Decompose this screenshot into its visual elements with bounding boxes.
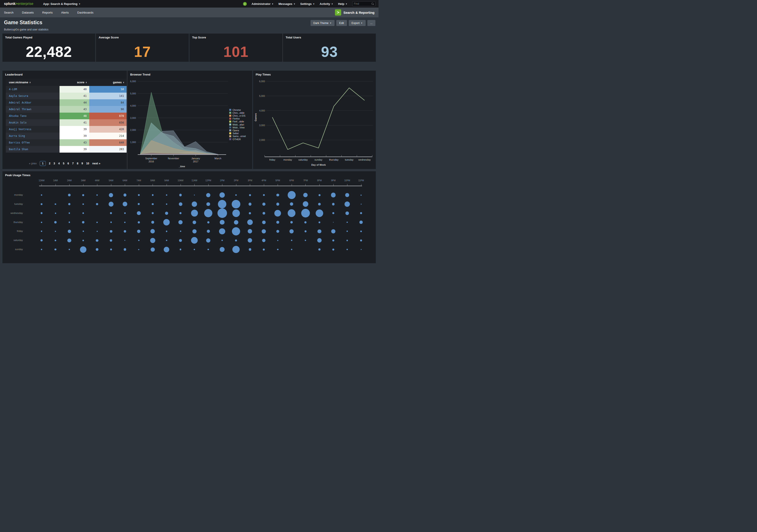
nav-item-datasets[interactable]: Datasets — [22, 11, 34, 14]
usage-bubble[interactable] — [276, 203, 280, 206]
find-input[interactable] — [354, 2, 371, 5]
usage-bubble[interactable] — [235, 239, 237, 242]
usage-bubble[interactable] — [68, 203, 71, 205]
usage-bubble[interactable] — [55, 231, 56, 232]
usage-bubble[interactable] — [262, 221, 266, 224]
more-button[interactable]: ... — [367, 20, 376, 26]
usage-bubble[interactable] — [345, 201, 350, 207]
usage-bubble[interactable] — [305, 230, 307, 232]
usage-bubble[interactable] — [150, 238, 156, 243]
usage-bubble[interactable] — [361, 249, 362, 250]
nickname-link[interactable]: Barriss Offee — [9, 141, 30, 144]
usage-bubble[interactable] — [346, 212, 349, 215]
usage-bubble[interactable] — [110, 230, 112, 233]
usage-bubble[interactable] — [222, 240, 223, 241]
usage-bubble[interactable] — [124, 212, 126, 214]
usage-bubble[interactable] — [124, 230, 126, 233]
usage-bubble[interactable] — [41, 239, 43, 242]
usage-bubble[interactable] — [96, 194, 98, 196]
sort-icon[interactable]: ▴▾ — [86, 81, 87, 83]
usage-bubble[interactable] — [164, 247, 169, 252]
usage-bubble[interactable] — [361, 204, 362, 205]
topnav-menu-help[interactable]: Help▼ — [338, 2, 348, 6]
usage-bubble[interactable] — [359, 221, 363, 224]
usage-bubble[interactable] — [152, 212, 154, 214]
usage-bubble[interactable] — [166, 231, 167, 232]
pager-page-7[interactable]: 7 — [72, 162, 74, 165]
peak-usage-chart[interactable]: 12AM1AM2AM3AM4AM5AM6AM7AM8AM9AM10AM11AM1… — [2, 171, 376, 263]
usage-bubble[interactable] — [124, 248, 126, 251]
usage-bubble[interactable] — [193, 221, 196, 224]
nickname-link[interactable]: 4-LOM — [9, 88, 17, 91]
column-header-score[interactable]: score▴▾ — [60, 79, 89, 86]
usage-bubble[interactable] — [262, 229, 266, 233]
usage-bubble[interactable] — [277, 240, 278, 241]
usage-bubble[interactable] — [291, 249, 292, 250]
usage-bubble[interactable] — [55, 240, 56, 242]
usage-bubble[interactable] — [166, 194, 167, 196]
usage-bubble[interactable] — [68, 230, 71, 233]
nickname-link[interactable]: Anakin Solo — [9, 121, 26, 124]
usage-bubble[interactable] — [166, 203, 167, 205]
sort-icon[interactable]: ▴▾ — [30, 81, 30, 83]
usage-bubble[interactable] — [262, 239, 265, 242]
pager-page-3[interactable]: 3 — [53, 162, 55, 165]
usage-bubble[interactable] — [276, 230, 280, 233]
usage-bubble[interactable] — [151, 221, 154, 224]
usage-bubble[interactable] — [108, 202, 113, 207]
usage-bubble[interactable] — [345, 193, 349, 197]
usage-bubble[interactable] — [220, 220, 225, 225]
usage-bubble[interactable] — [291, 240, 292, 241]
usage-bubble[interactable] — [301, 209, 310, 218]
usage-bubble[interactable] — [232, 227, 240, 236]
usage-bubble[interactable] — [262, 212, 265, 215]
usage-bubble[interactable] — [333, 222, 334, 223]
usage-bubble[interactable] — [179, 239, 182, 242]
usage-bubble[interactable] — [41, 222, 42, 223]
usage-bubble[interactable] — [179, 194, 182, 196]
usage-bubble[interactable] — [332, 249, 334, 251]
usage-bubble[interactable] — [180, 231, 181, 232]
usage-bubble[interactable] — [276, 221, 279, 224]
topnav-menu-activity[interactable]: Activity▼ — [319, 2, 333, 6]
app-badge[interactable]: > Search & Reporting — [335, 9, 375, 15]
usage-bubble[interactable] — [318, 194, 320, 196]
usage-bubble[interactable] — [288, 191, 296, 199]
usage-bubble[interactable] — [82, 194, 84, 196]
usage-bubble[interactable] — [234, 220, 238, 224]
usage-bubble[interactable] — [69, 222, 70, 223]
usage-bubble[interactable] — [137, 230, 140, 233]
usage-bubble[interactable] — [191, 237, 198, 244]
pager-next[interactable]: next » — [92, 162, 101, 165]
usage-bubble[interactable] — [82, 203, 84, 205]
usage-bubble[interactable] — [332, 239, 334, 242]
usage-bubble[interactable] — [110, 239, 112, 242]
nickname-link[interactable]: Admiral Ackbar — [9, 101, 31, 104]
usage-bubble[interactable] — [96, 239, 98, 242]
usage-bubble[interactable] — [110, 212, 112, 214]
usage-bubble[interactable] — [138, 240, 139, 241]
usage-bubble[interactable] — [138, 249, 139, 250]
usage-bubble[interactable] — [55, 203, 56, 205]
usage-bubble[interactable] — [288, 209, 295, 217]
usage-bubble[interactable] — [303, 201, 308, 207]
nickname-link[interactable]: Aurra Sing — [9, 134, 25, 137]
usage-bubble[interactable] — [290, 202, 293, 206]
usage-bubble[interactable] — [304, 221, 307, 223]
usage-bubble[interactable] — [180, 249, 181, 250]
column-header-user.nickname[interactable]: user.nickname▴▾ — [6, 79, 60, 86]
find-search-box[interactable] — [352, 1, 376, 6]
usage-bubble[interactable] — [138, 221, 140, 223]
splunk-logo[interactable]: splunk>enterprise — [4, 2, 33, 6]
search-icon[interactable] — [371, 2, 374, 5]
usage-bubble[interactable] — [303, 193, 308, 197]
usage-bubble[interactable] — [248, 238, 252, 243]
usage-bubble[interactable] — [166, 240, 167, 241]
usage-bubble[interactable] — [124, 193, 127, 196]
pager-page-8[interactable]: 8 — [77, 162, 78, 165]
usage-bubble[interactable] — [220, 192, 225, 198]
usage-bubble[interactable] — [249, 212, 251, 214]
usage-bubble[interactable] — [192, 229, 197, 233]
usage-bubble[interactable] — [152, 194, 154, 196]
usage-bubble[interactable] — [318, 248, 320, 251]
